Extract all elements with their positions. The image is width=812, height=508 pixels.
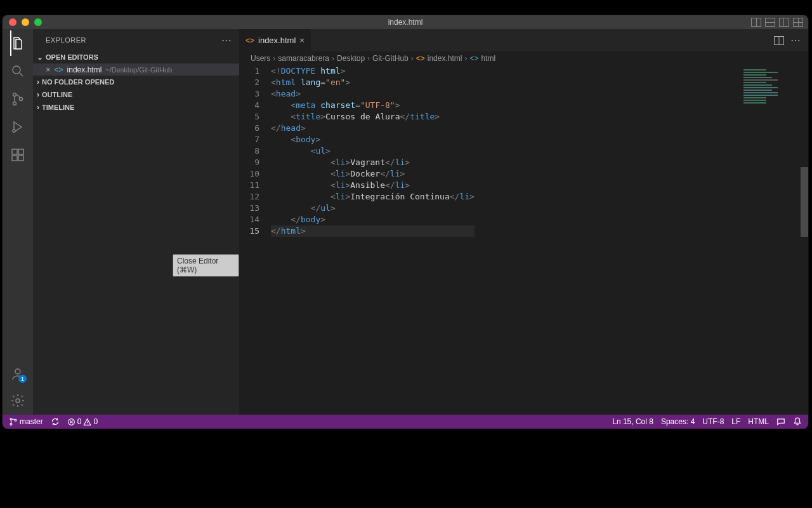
svg-rect-6 bbox=[12, 156, 17, 161]
code-line[interactable]: <head> bbox=[271, 88, 475, 100]
run-debug-icon[interactable] bbox=[10, 119, 25, 135]
status-bar: master 0 0 Ln 15, Col 8 Spaces: 4 UTF-8 … bbox=[3, 415, 808, 429]
line-number: 13 bbox=[239, 203, 259, 214]
code-line[interactable]: <meta charset="UTF-8"> bbox=[271, 100, 475, 111]
section-open-editors[interactable]: ⌄ OPEN EDITORS bbox=[33, 51, 239, 64]
breadcrumb-item[interactable]: Users bbox=[251, 54, 270, 63]
accounts-badge: 1 bbox=[18, 375, 27, 383]
explorer-sidebar: EXPLORER ⋯ ⌄ OPEN EDITORS × <> index.htm… bbox=[33, 29, 239, 415]
tab-index-html[interactable]: <> index.html × bbox=[239, 29, 311, 51]
svg-point-10 bbox=[16, 399, 20, 403]
svg-point-15 bbox=[15, 419, 16, 421]
html-file-icon: <> bbox=[416, 54, 425, 63]
svg-point-2 bbox=[13, 102, 16, 105]
code-line[interactable]: <!DOCTYPE html> bbox=[271, 65, 475, 77]
code-line[interactable]: <html lang="en"> bbox=[271, 77, 475, 88]
line-number-gutter: 123456789101112131415 bbox=[239, 65, 271, 415]
open-editor-filename: index.html bbox=[67, 65, 102, 74]
tab-close-icon[interactable]: × bbox=[299, 36, 304, 45]
split-editor-icon[interactable] bbox=[774, 36, 784, 45]
svg-rect-5 bbox=[12, 149, 17, 154]
customize-layout-icon[interactable] bbox=[793, 18, 803, 27]
breadcrumb[interactable]: Users› samaracabrera› Desktop› Git-GitHu… bbox=[239, 51, 808, 65]
svg-point-0 bbox=[13, 66, 20, 74]
line-number: 14 bbox=[239, 214, 259, 225]
explorer-icon[interactable] bbox=[10, 36, 25, 51]
code-line[interactable]: <li>Vagrant</li> bbox=[271, 157, 475, 168]
sidebar-title: EXPLORER bbox=[46, 36, 86, 44]
code-line[interactable]: <li>Integración Continua</li> bbox=[271, 191, 475, 203]
sidebar-header: EXPLORER ⋯ bbox=[33, 29, 239, 51]
code-line[interactable]: </ul> bbox=[271, 203, 475, 214]
indentation-status[interactable]: Spaces: 4 bbox=[657, 417, 698, 426]
eol-status[interactable]: LF bbox=[728, 417, 744, 426]
feedback-icon[interactable] bbox=[773, 417, 789, 426]
code-line[interactable]: <li>Docker</li> bbox=[271, 168, 475, 180]
sidebar-more-icon[interactable]: ⋯ bbox=[221, 34, 232, 46]
breadcrumb-item[interactable]: index.html bbox=[428, 54, 462, 63]
line-number: 5 bbox=[239, 111, 259, 123]
source-control-icon[interactable] bbox=[10, 91, 25, 107]
editor-more-icon[interactable]: ⋯ bbox=[790, 34, 801, 46]
section-label: OUTLINE bbox=[42, 91, 72, 98]
section-no-folder[interactable]: › NO FOLDER OPENED bbox=[33, 76, 239, 88]
code-content[interactable]: <!DOCTYPE html><html lang="en"><head> <m… bbox=[271, 65, 475, 415]
close-editor-icon[interactable]: × bbox=[46, 65, 51, 74]
toggle-panel-icon[interactable] bbox=[765, 18, 775, 27]
code-line[interactable]: <title>Cursos de Alura</title> bbox=[271, 111, 475, 123]
tab-label: index.html bbox=[258, 36, 296, 45]
line-number: 4 bbox=[239, 100, 259, 111]
breadcrumb-item[interactable]: html bbox=[481, 54, 496, 63]
line-number: 3 bbox=[239, 88, 259, 100]
html-file-icon: <> bbox=[246, 36, 254, 45]
window-title: index.html bbox=[3, 18, 808, 27]
vscode-window: index.html bbox=[3, 15, 808, 429]
toggle-secondary-sidebar-icon[interactable] bbox=[779, 18, 789, 27]
vertical-scrollbar[interactable] bbox=[801, 167, 808, 237]
html-file-icon: <> bbox=[55, 65, 63, 74]
chevron-right-icon: › bbox=[37, 77, 39, 86]
code-line[interactable]: </html> bbox=[271, 225, 475, 237]
breadcrumb-item[interactable]: Desktop bbox=[337, 54, 365, 63]
breadcrumb-item[interactable]: samaracabrera bbox=[278, 54, 329, 63]
minimap[interactable] bbox=[743, 68, 801, 106]
code-line[interactable]: <ul> bbox=[271, 145, 475, 157]
branch-name: master bbox=[20, 417, 43, 426]
titlebar-layout-controls bbox=[751, 18, 803, 27]
sync-status[interactable] bbox=[47, 417, 63, 426]
code-editor[interactable]: 123456789101112131415 <!DOCTYPE html><ht… bbox=[239, 65, 808, 415]
code-line[interactable]: </head> bbox=[271, 123, 475, 134]
section-timeline[interactable]: › TIMELINE bbox=[33, 101, 239, 114]
line-number: 2 bbox=[239, 77, 259, 88]
open-editor-item[interactable]: × <> index.html ~/Desktop/Git-GitHub bbox=[33, 64, 239, 76]
chevron-right-icon: › bbox=[37, 90, 39, 99]
code-line[interactable]: <li>Ansible</li> bbox=[271, 180, 475, 191]
section-outline[interactable]: › OUTLINE bbox=[33, 88, 239, 101]
breadcrumb-item[interactable]: Git-GitHub bbox=[372, 54, 409, 63]
encoding-status[interactable]: UTF-8 bbox=[698, 417, 728, 426]
svg-point-3 bbox=[20, 98, 23, 101]
notifications-icon[interactable] bbox=[789, 417, 806, 426]
extensions-icon[interactable] bbox=[10, 147, 25, 163]
workbench-body: 1 EXPLORER ⋯ ⌄ OPEN EDITORS × <> index.h… bbox=[3, 29, 808, 415]
search-icon[interactable] bbox=[10, 64, 25, 79]
line-number: 7 bbox=[239, 134, 259, 145]
code-line[interactable]: </body> bbox=[271, 214, 475, 225]
git-branch-status[interactable]: master bbox=[5, 417, 47, 426]
open-editor-path: ~/Desktop/Git-GitHub bbox=[105, 66, 172, 74]
editor-tabs: <> index.html × ⋯ bbox=[239, 29, 808, 51]
toggle-primary-sidebar-icon[interactable] bbox=[751, 18, 761, 27]
titlebar[interactable]: index.html bbox=[3, 15, 808, 29]
cursor-position-status[interactable]: Ln 15, Col 8 bbox=[608, 417, 657, 426]
accounts-icon[interactable]: 1 bbox=[10, 366, 25, 382]
close-editor-tooltip: Close Editor (⌘W) bbox=[173, 254, 239, 277]
language-mode-status[interactable]: HTML bbox=[744, 417, 773, 426]
settings-gear-icon[interactable] bbox=[10, 393, 25, 408]
chevron-down-icon: ⌄ bbox=[37, 53, 43, 62]
problems-status[interactable]: 0 0 bbox=[63, 417, 102, 426]
line-number: 9 bbox=[239, 157, 259, 168]
svg-point-9 bbox=[15, 369, 20, 374]
svg-point-13 bbox=[10, 418, 12, 420]
code-line[interactable]: <body> bbox=[271, 134, 475, 145]
error-count: 0 bbox=[77, 417, 82, 426]
